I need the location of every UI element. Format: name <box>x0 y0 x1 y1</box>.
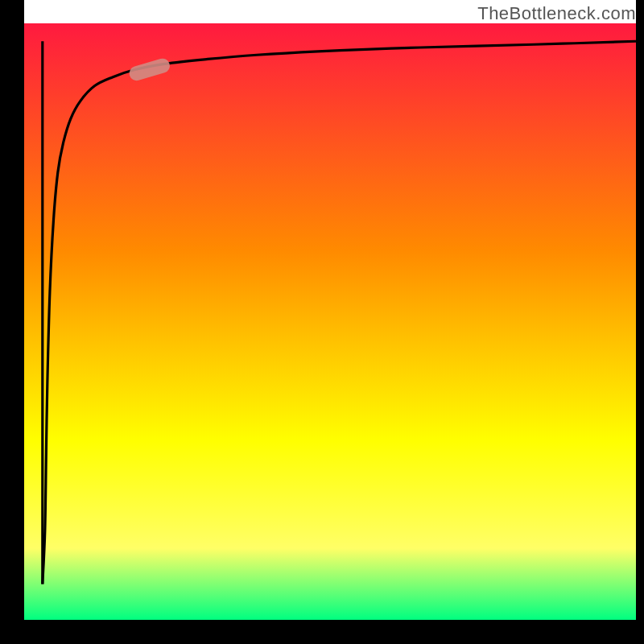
chart-svg <box>0 0 644 644</box>
attribution-text: TheBottleneck.com <box>477 3 636 24</box>
frame-left <box>0 0 24 644</box>
chart-container: TheBottleneck.com <box>0 0 644 644</box>
frame-right <box>636 0 644 644</box>
gradient-background <box>24 23 636 620</box>
frame-bottom <box>0 620 644 644</box>
